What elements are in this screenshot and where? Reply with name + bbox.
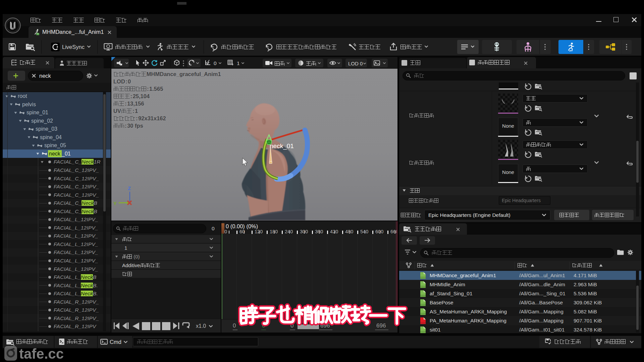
svg-text:Z: Z [128,185,131,191]
svg-text:Y: Y [113,200,117,206]
svg-text:neck_01: neck_01 [270,142,294,150]
svg-text:tafe.cc: tafe.cc [19,346,64,362]
